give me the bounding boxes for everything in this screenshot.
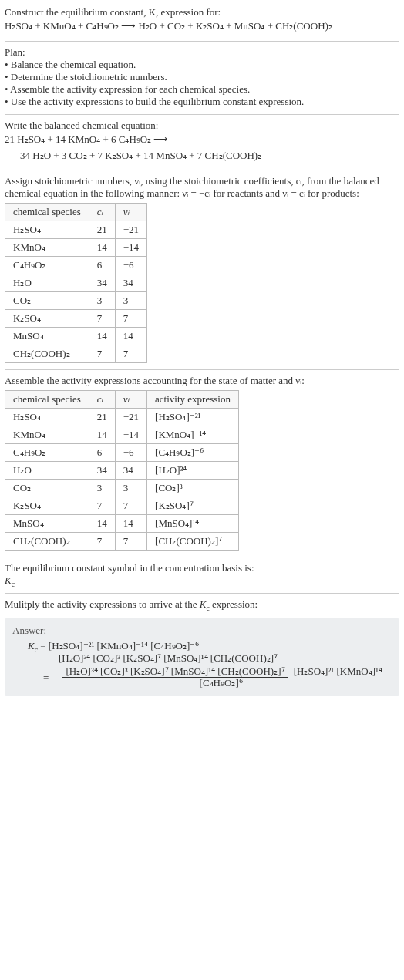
- cell: −14: [115, 239, 146, 257]
- intro-section: Construct the equilibrium constant, K, e…: [5, 3, 399, 39]
- assemble-text: Assemble the activity expressions accoun…: [5, 375, 399, 387]
- cell: 34: [115, 274, 146, 292]
- cell: 34: [115, 462, 146, 480]
- table-header-row: chemical species cᵢ νᵢ: [5, 204, 147, 221]
- activity-table: chemical species cᵢ νᵢ activity expressi…: [5, 390, 239, 551]
- cell: CH₂(COOH)₂: [5, 345, 89, 363]
- cell: MnSO₄: [5, 515, 89, 533]
- table-row: K₂SO₄77: [5, 310, 147, 328]
- cell: [H₂SO₄]⁻²¹: [147, 409, 239, 426]
- divider: [5, 41, 399, 42]
- balanced-eq-line2: 34 H₂O + 3 CO₂ + 7 K₂SO₄ + 14 MnSO₄ + 7 …: [5, 148, 399, 164]
- cell: −14: [115, 426, 146, 444]
- cell: 21: [89, 409, 115, 426]
- cell: 7: [89, 345, 115, 363]
- cell: K₂SO₄: [5, 497, 89, 515]
- cell: 3: [89, 292, 115, 310]
- cell: [H₂O]³⁴: [147, 462, 239, 480]
- table-row: C₄H₉O₂6−6: [5, 257, 147, 274]
- table-row: H₂O3434[H₂O]³⁴: [5, 462, 239, 480]
- table-row: C₄H₉O₂6−6[C₄H₉O₂]⁻⁶: [5, 444, 239, 462]
- cell: 34: [89, 462, 115, 480]
- table-row: MnSO₄1414[MnSO₄]¹⁴: [5, 515, 239, 533]
- plan-section: Plan: • Balance the chemical equation. •…: [5, 43, 399, 113]
- plan-item: • Balance the chemical equation.: [5, 59, 399, 71]
- cell: [C₄H₉O₂]⁻⁶: [147, 444, 239, 462]
- symbol-section: The equilibrium constant symbol in the c…: [5, 559, 399, 591]
- assemble-section: Assemble the activity expressions accoun…: [5, 372, 399, 555]
- th-species: chemical species: [5, 391, 89, 409]
- cell: −6: [115, 257, 146, 274]
- assign-text: Assign stoichiometric numbers, νᵢ, using…: [5, 175, 399, 200]
- cell: 34: [89, 274, 115, 292]
- table-row: H₂SO₄21−21[H₂SO₄]⁻²¹: [5, 409, 239, 426]
- cell: −6: [115, 444, 146, 462]
- th-ci: cᵢ: [89, 391, 115, 409]
- th-ci: cᵢ: [89, 204, 115, 221]
- divider: [5, 114, 399, 115]
- cell: 7: [115, 497, 146, 515]
- plan-item: • Assemble the activity expression for e…: [5, 83, 399, 96]
- answer-body: Kc = [H₂SO₄]⁻²¹ [KMnO₄]⁻¹⁴ [C₄H₉O₂]⁻⁶ [H…: [12, 640, 392, 690]
- cell: [CH₂(COOH)₂]⁷: [147, 533, 239, 551]
- table-row: H₂SO₄21−21: [5, 221, 147, 239]
- plan-item: • Determine the stoichiometric numbers.: [5, 71, 399, 83]
- balanced-title: Write the balanced chemical equation:: [5, 120, 399, 132]
- eq-sign: =: [43, 672, 49, 684]
- th-vi: νᵢ: [115, 391, 146, 409]
- frac-numerator: [H₂O]³⁴ [CO₂]³ [K₂SO₄]⁷ [MnSO₄]¹⁴ [CH₂(C…: [62, 665, 288, 678]
- table-row: KMnO₄14−14: [5, 239, 147, 257]
- cell: H₂SO₄: [5, 409, 89, 426]
- th-species: chemical species: [5, 204, 89, 221]
- cell: [KMnO₄]⁻¹⁴: [147, 426, 239, 444]
- divider: [5, 593, 399, 594]
- table-row: KMnO₄14−14[KMnO₄]⁻¹⁴: [5, 426, 239, 444]
- cell: K₂SO₄: [5, 310, 89, 328]
- cell: 14: [89, 328, 115, 345]
- intro-title: Construct the equilibrium constant, K, e…: [5, 6, 399, 19]
- cell: 6: [89, 257, 115, 274]
- multiply-section: Mulitply the activity expressions to arr…: [5, 595, 399, 615]
- answer-line1: Kc = [H₂SO₄]⁻²¹ [KMnO₄]⁻¹⁴ [C₄H₉O₂]⁻⁶: [28, 640, 392, 652]
- table-row: MnSO₄1414: [5, 328, 147, 345]
- table-header-row: chemical species cᵢ νᵢ activity expressi…: [5, 391, 239, 409]
- cell: 14: [115, 328, 146, 345]
- stoich-table: chemical species cᵢ νᵢ H₂SO₄21−21 KMnO₄1…: [5, 203, 147, 363]
- symbol-kc: Kc: [5, 574, 399, 587]
- cell: 7: [89, 497, 115, 515]
- eq-right: H₂O + CO₂ + K₂SO₄ + MnSO₄ + CH₂(COOH)₂: [138, 20, 332, 32]
- cell: 14: [89, 515, 115, 533]
- plan-title: Plan:: [5, 46, 399, 59]
- th-activity: activity expression: [147, 391, 239, 409]
- cell: MnSO₄: [5, 328, 89, 345]
- cell: CH₂(COOH)₂: [5, 533, 89, 551]
- multiply-text: Mulitply the activity expressions to arr…: [5, 598, 399, 611]
- cell: 14: [89, 239, 115, 257]
- cell: 6: [89, 444, 115, 462]
- eq-arrow: ⟶: [121, 20, 136, 32]
- table-row: CO₂33[CO₂]³: [5, 480, 239, 497]
- cell: −21: [115, 409, 146, 426]
- table-row: CH₂(COOH)₂77: [5, 345, 147, 363]
- answer-box: Answer: Kc = [H₂SO₄]⁻²¹ [KMnO₄]⁻¹⁴ [C₄H₉…: [5, 618, 399, 696]
- table-row: K₂SO₄77[K₂SO₄]⁷: [5, 497, 239, 515]
- answer-fraction: [H₂O]³⁴ [CO₂]³ [K₂SO₄]⁷ [MnSO₄]¹⁴ [CH₂(C…: [55, 666, 390, 689]
- th-vi: νᵢ: [115, 204, 146, 221]
- cell: [CO₂]³: [147, 480, 239, 497]
- divider: [5, 369, 399, 370]
- cell: 14: [89, 426, 115, 444]
- divider: [5, 557, 399, 557]
- cell: H₂O: [5, 462, 89, 480]
- cell: H₂SO₄: [5, 221, 89, 239]
- divider: [5, 170, 399, 170]
- cell: C₄H₉O₂: [5, 444, 89, 462]
- cell: 21: [89, 221, 115, 239]
- answer-line3: = [H₂O]³⁴ [CO₂]³ [K₂SO₄]⁷ [MnSO₄]¹⁴ [CH₂…: [28, 665, 392, 690]
- intro-equation: H₂SO₄ + KMnO₄ + C₄H₉O₂ ⟶ H₂O + CO₂ + K₂S…: [5, 19, 399, 35]
- cell: KMnO₄: [5, 426, 89, 444]
- cell: CO₂: [5, 292, 89, 310]
- cell: 7: [115, 310, 146, 328]
- balanced-section: Write the balanced chemical equation: 21…: [5, 116, 399, 169]
- table-row: CH₂(COOH)₂77[CH₂(COOH)₂]⁷: [5, 533, 239, 551]
- cell: 7: [89, 310, 115, 328]
